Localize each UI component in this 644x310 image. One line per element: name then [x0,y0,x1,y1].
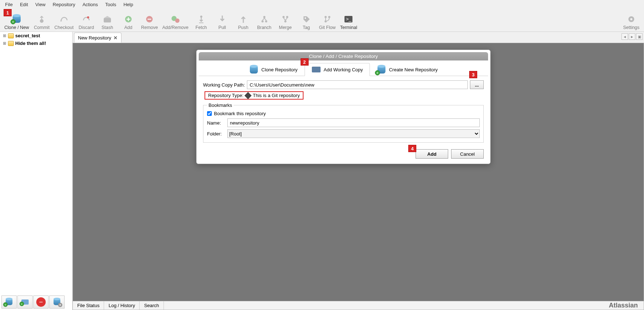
tab-prev-button[interactable]: ◄ [622,33,628,40]
fetch-icon [197,13,205,25]
svg-point-11 [282,16,285,18]
toolbar-branch[interactable]: Branch [254,13,275,32]
toolbar-tag[interactable]: Tag [296,13,317,32]
svg-point-15 [325,16,327,18]
dialog-title: Clone / Add / Create Repository [199,52,488,60]
menu-repository[interactable]: Repository [49,1,79,8]
toolbar-git-flow[interactable]: Git Flow [317,13,338,32]
pull-icon [219,13,226,25]
tab-next-button[interactable]: ► [629,33,635,40]
menu-edit[interactable]: Edit [16,1,32,8]
push-icon [240,13,247,25]
toolbar-fetch[interactable]: Fetch [191,13,212,32]
folder-select[interactable]: [Root] [227,129,480,138]
repository-type-row: Repository Type: This is a Git repositor… [205,91,304,100]
tab-list-button[interactable]: ▣ [636,33,643,40]
add-button[interactable]: Add [416,149,448,159]
tag-icon [302,13,310,25]
tab-new-repository[interactable]: New Repository ✕ [74,33,121,43]
dialog-tab-add-working-copy[interactable]: 2 Add Working Copy [305,63,370,76]
svg-point-21 [630,18,632,20]
content-area: Clone / Add / Create Repository Clone Re… [73,43,644,310]
close-tab-icon[interactable]: ✕ [113,35,117,41]
tree-item-secret-test[interactable]: ⊞ secret_test [0,32,72,39]
toolbar-terminal[interactable]: >_Terminal [338,13,359,32]
git-icon [244,92,252,99]
expander-icon[interactable]: ⊞ [2,41,7,46]
toolbar-discard[interactable]: Discard [76,13,97,32]
repository-type-label: Repository Type: [208,93,243,98]
toolbar-settings[interactable]: Settings [621,13,642,32]
sidebar-add-folder-button[interactable]: + [17,296,33,309]
tree-item-hide-them-all[interactable]: ⊞ Hide them all! [0,39,72,47]
working-copy-path-label: Working Copy Path: [203,82,245,88]
toolbar-checkout[interactable]: Checkout [52,13,76,32]
annotation-marker-4: 4 [408,145,416,152]
name-input[interactable] [227,118,480,127]
clone-new-icon: + [13,13,21,25]
menu-actions[interactable]: Actions [79,1,102,8]
discard-icon [82,13,91,25]
git-flow-icon [323,13,331,25]
folder-icon [8,33,14,38]
create-repo-icon: + [377,66,386,74]
status-file-status[interactable]: File Status [73,301,104,310]
folder-icon [311,66,321,74]
browse-path-button[interactable]: ... [470,80,484,89]
svg-point-14 [305,17,306,19]
toolbar-push[interactable]: Push [233,13,254,32]
folder-label: Folder: [207,131,225,137]
svg-rect-2 [104,18,111,22]
toolbar-remove[interactable]: Remove [139,13,160,32]
add-remove-icon [171,13,180,25]
sidebar-settings-button[interactable] [49,296,65,309]
svg-text:>_: >_ [346,16,352,22]
repository-type-value: This is a Git repository [253,93,300,98]
status-search[interactable]: Search [140,301,164,310]
annotation-marker-3: 3 [469,71,477,78]
branch-icon [260,13,268,25]
sidebar-toolbar: + + − [0,294,66,310]
sidebar-add-repo-button[interactable]: + [1,296,17,309]
add-icon [124,13,132,25]
bookmark-checkbox[interactable] [207,111,212,116]
svg-point-0 [40,19,44,23]
toolbar-stash[interactable]: Stash [97,13,118,32]
menu-help[interactable]: Help [120,1,137,8]
menu-file[interactable]: File [1,1,16,8]
brand-label: Atlassian [609,301,644,310]
stash-icon [103,13,112,25]
name-label: Name: [207,120,225,126]
sidebar-remove-button[interactable]: − [33,296,49,309]
content-pane: New Repository ✕ ◄ ► ▣ Clone / Add / Cre… [73,32,644,310]
checkout-icon [60,13,69,25]
annotation-marker-2: 2 [301,58,309,66]
svg-point-8 [261,20,264,22]
bookmark-checkbox-label: Bookmark this repository [214,111,266,116]
working-copy-path-input[interactable] [247,80,468,89]
toolbar-add-remove[interactable]: Add/Remove [160,13,190,32]
clone-add-create-dialog: Clone / Add / Create Repository Clone Re… [196,50,491,164]
commit-icon [38,13,46,25]
merge-icon [281,13,289,25]
status-bar: File Status Log / History Search Atlassi… [73,301,644,310]
menu-bar: File Edit View Repository Actions Tools … [0,0,644,9]
toolbar-pull[interactable]: Pull [212,13,233,32]
menu-tools[interactable]: Tools [102,1,120,8]
svg-point-9 [265,20,267,22]
status-log-history[interactable]: Log / History [104,301,140,310]
dialog-tabs: Clone Repository 2 Add Working Copy + Cr… [199,63,488,76]
bookmarks-legend: Bookmarks [207,102,234,108]
toolbar-merge[interactable]: Merge [275,13,296,32]
annotation-marker-1: 1 [4,9,12,16]
svg-point-10 [263,16,265,18]
toolbar-add[interactable]: Add [118,13,139,32]
dialog-tab-create-new[interactable]: + Create New Repository [370,63,445,76]
expander-icon[interactable]: ⊞ [2,33,7,38]
dialog-tab-clone[interactable]: Clone Repository [242,63,305,76]
toolbar-commit[interactable]: Commit [31,13,52,32]
menu-view[interactable]: View [32,1,49,8]
repo-sidebar: ⊞ secret_test ⊞ Hide them all! + + − [0,32,73,310]
svg-point-17 [325,20,327,22]
cancel-button[interactable]: Cancel [451,149,484,159]
